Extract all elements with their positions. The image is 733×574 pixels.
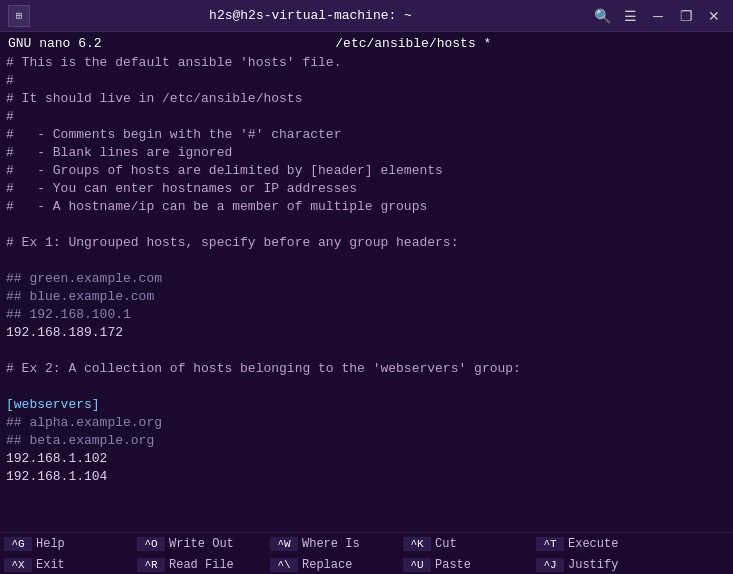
title-bar-title: h2s@h2s-virtual-machine: ~ [30, 8, 591, 23]
line-23: 192.168.1.102 [6, 450, 727, 468]
shortcut-exit[interactable]: ^X Exit [0, 554, 133, 574]
nano-filename: /etc/ansible/hosts * [335, 36, 491, 51]
line-7: # - Groups of hosts are delimited by [he… [6, 162, 727, 180]
window-icon: ⊞ [8, 5, 30, 27]
shortcut-key-paste: ^U [403, 558, 431, 572]
shortcut-justify[interactable]: ^J Justify [532, 554, 665, 574]
shortcut-key-readfile: ^R [137, 558, 165, 572]
shortcut-label-replace: Replace [302, 558, 352, 572]
shortcut-label-paste: Paste [435, 558, 471, 572]
line-4: # [6, 108, 727, 126]
shortcut-key-writeout: ^O [137, 537, 165, 551]
line-14: ## blue.example.com [6, 288, 727, 306]
line-22: ## beta.example.org [6, 432, 727, 450]
shortcut-label-readfile: Read File [169, 558, 234, 572]
search-button[interactable]: 🔍 [591, 5, 613, 27]
line-1: # This is the default ansible 'hosts' fi… [6, 54, 727, 72]
shortcut-cut[interactable]: ^K Cut [399, 533, 532, 554]
title-bar-left: ⊞ [8, 5, 30, 27]
restore-button[interactable]: ❐ [675, 5, 697, 27]
nano-header: GNU nano 6.2 /etc/ansible/hosts * [0, 32, 733, 54]
minimize-button[interactable]: ─ [647, 5, 669, 27]
line-16: 192.168.189.172 [6, 324, 727, 342]
line-13: ## green.example.com [6, 270, 727, 288]
editor[interactable]: # This is the default ansible 'hosts' fi… [0, 54, 733, 532]
shortcut-replace[interactable]: ^\ Replace [266, 554, 399, 574]
shortcut-readfile[interactable]: ^R Read File [133, 554, 266, 574]
nano-version: GNU nano 6.2 [8, 36, 102, 51]
line-10 [6, 216, 727, 234]
line-15: ## 192.168.100.1 [6, 306, 727, 324]
menu-button[interactable]: ☰ [619, 5, 641, 27]
shortcut-key-justify: ^J [536, 558, 564, 572]
line-24: 192.168.1.104 [6, 468, 727, 486]
shortcut-label-whereis: Where Is [302, 537, 360, 551]
shortcut-label-help: Help [36, 537, 65, 551]
shortcut-key-cut: ^K [403, 537, 431, 551]
line-5: # - Comments begin with the '#' characte… [6, 126, 727, 144]
line-12 [6, 252, 727, 270]
shortcut-paste[interactable]: ^U Paste [399, 554, 532, 574]
line-20: [webservers] [6, 396, 727, 414]
title-bar: ⊞ h2s@h2s-virtual-machine: ~ 🔍 ☰ ─ ❐ ✕ [0, 0, 733, 32]
line-17 [6, 342, 727, 360]
line-18: # Ex 2: A collection of hosts belonging … [6, 360, 727, 378]
shortcut-execute[interactable]: ^T Execute [532, 533, 665, 554]
line-11: # Ex 1: Ungrouped hosts, specify before … [6, 234, 727, 252]
shortcut-writeout[interactable]: ^O Write Out [133, 533, 266, 554]
close-button[interactable]: ✕ [703, 5, 725, 27]
line-19 [6, 378, 727, 396]
shortcut-whereis[interactable]: ^W Where Is [266, 533, 399, 554]
shortcut-key-replace: ^\ [270, 558, 298, 572]
shortcut-key-whereis: ^W [270, 537, 298, 551]
shortcut-key-execute: ^T [536, 537, 564, 551]
shortcut-help[interactable]: ^G Help [0, 533, 133, 554]
shortcut-label-justify: Justify [568, 558, 618, 572]
shortcut-label-exit: Exit [36, 558, 65, 572]
line-21: ## alpha.example.org [6, 414, 727, 432]
line-3: # It should live in /etc/ansible/hosts [6, 90, 727, 108]
nano-footer: ^G Help ^O Write Out ^W Where Is ^K Cut … [0, 532, 733, 574]
line-6: # - Blank lines are ignored [6, 144, 727, 162]
shortcut-key-exit: ^X [4, 558, 32, 572]
title-bar-controls: 🔍 ☰ ─ ❐ ✕ [591, 5, 725, 27]
shortcut-label-cut: Cut [435, 537, 457, 551]
shortcut-label-execute: Execute [568, 537, 618, 551]
line-8: # - You can enter hostnames or IP addres… [6, 180, 727, 198]
shortcut-label-writeout: Write Out [169, 537, 234, 551]
line-9: # - A hostname/ip can be a member of mul… [6, 198, 727, 216]
shortcut-key-help: ^G [4, 537, 32, 551]
line-2: # [6, 72, 727, 90]
